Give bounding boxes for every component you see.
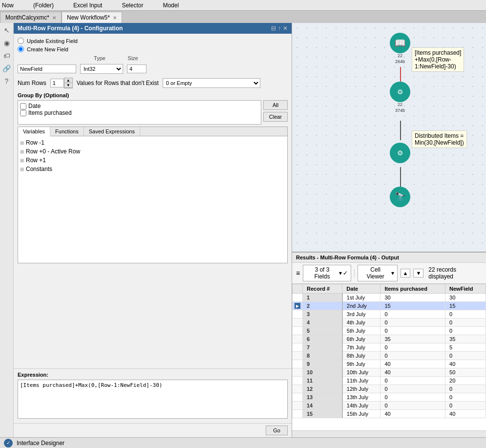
- date-cell: 14th July: [342, 402, 380, 410]
- table-row[interactable]: 99th July4040: [293, 360, 486, 368]
- field-type-size-inputs: Int32 Int64 String Double: [18, 64, 288, 74]
- tab-monthcalc[interactable]: MonthCalcyxmc* ✕: [0, 12, 62, 23]
- table-row[interactable]: 55th July00: [293, 327, 486, 335]
- col-header-arrow: [293, 284, 303, 294]
- var-tabs: Variables Functions Saved Expressions: [18, 127, 287, 136]
- tab-newworkflow-label: New Workflow5*: [67, 14, 110, 21]
- config-pin-icon[interactable]: ⊟: [271, 25, 276, 32]
- config-close-icon[interactable]: ✕: [283, 25, 288, 32]
- sidebar-arrow-icon[interactable]: ↖: [1, 25, 12, 36]
- date-cell: 3rd July: [342, 310, 380, 319]
- record-num-cell: 4: [303, 319, 342, 327]
- items-cell: 15: [380, 302, 445, 310]
- col-header-newfield[interactable]: NewField: [445, 284, 486, 294]
- sidebar-circle-icon[interactable]: ◉: [1, 38, 12, 48]
- size-input[interactable]: [127, 64, 147, 73]
- tree-row-minus1-label: Row -1: [26, 139, 44, 146]
- table-row[interactable]: 1010th July4050: [293, 368, 486, 377]
- num-rows-up[interactable]: ▲: [64, 78, 72, 83]
- table-row[interactable]: 1212th July00: [293, 385, 486, 393]
- workflow-canvas[interactable]: 📖 22264b [Items purchased]+Max(0,[Row-1:…: [292, 23, 486, 252]
- toolbar-model[interactable]: Model: [163, 2, 179, 9]
- tree-row-plus1-label: Row +1: [26, 157, 46, 164]
- tooltip-node3-text: Distributed Items =Min(30,[NewField]): [415, 132, 464, 146]
- expression-textarea[interactable]: [Items purchased]+Max(0,[Row-1:NewField]…: [18, 380, 288, 419]
- formula2-node-icon: ⚙: [390, 143, 410, 163]
- interface-designer-label[interactable]: Interface Designer: [17, 440, 64, 447]
- toolbar-selector[interactable]: Selector: [122, 2, 143, 9]
- table-row[interactable]: 1313th July00: [293, 393, 486, 402]
- tab-newworkflow[interactable]: New Workflow5* ✕: [62, 12, 122, 23]
- toolbar-excel[interactable]: Excel Input: [73, 2, 102, 9]
- tooltip-node3: Distributed Items =Min(30,[NewField]): [412, 130, 467, 148]
- num-rows-spinbtns: ▲ ▼: [64, 78, 73, 88]
- config-arrow-icon[interactable]: ↑: [278, 25, 281, 32]
- tree-row-active[interactable]: ⊞ Row +0 - Active Row: [20, 147, 285, 156]
- cell-viewer-button[interactable]: Cell Viewer ▾: [358, 265, 398, 281]
- clear-button[interactable]: Clear: [263, 112, 288, 122]
- record-num-cell: 10: [303, 368, 342, 377]
- items-cell: 0: [380, 352, 445, 360]
- tab-monthcalc-close[interactable]: ✕: [52, 15, 56, 21]
- num-rows-down[interactable]: ▼: [64, 83, 72, 88]
- type-select[interactable]: Int32 Int64 String Double: [80, 64, 123, 74]
- col-header-record[interactable]: Record #: [303, 284, 342, 294]
- table-row[interactable]: 11st July3030: [293, 294, 486, 302]
- tooltip-text: [Items purchased]+Max(0,[Row-1:NewField]…: [415, 49, 461, 70]
- sort-asc-button[interactable]: ▲: [401, 269, 411, 277]
- row-arrow-cell: [293, 327, 303, 335]
- sidebar: ↖ ◉ 🏷 🔗 ?: [0, 23, 14, 437]
- go-button[interactable]: Go: [266, 426, 288, 435]
- table-row[interactable]: ▶22nd July1515: [293, 302, 486, 310]
- table-row[interactable]: 88th July00: [293, 352, 486, 360]
- table-row[interactable]: 33rd July00: [293, 310, 486, 319]
- values-select[interactable]: 0 or Empty Null: [163, 78, 260, 88]
- sort-desc-button[interactable]: ▼: [413, 269, 423, 277]
- date-cell: 9th July: [342, 360, 380, 368]
- sidebar-link-icon[interactable]: 🔗: [1, 63, 12, 74]
- workflow-node-formula2[interactable]: ⚙: [390, 143, 410, 163]
- tab-functions[interactable]: Functions: [50, 127, 84, 136]
- tab-newworkflow-close[interactable]: ✕: [113, 15, 117, 21]
- table-row[interactable]: 44th July00: [293, 319, 486, 327]
- num-rows-input[interactable]: [50, 79, 64, 87]
- table-row[interactable]: 1414th July00: [293, 402, 486, 410]
- row-arrow-cell: ▶: [293, 302, 303, 310]
- newfield-cell: 30: [445, 294, 486, 302]
- group-items-purchased-checkbox[interactable]: [20, 110, 26, 116]
- table-row[interactable]: 1111th July020: [293, 377, 486, 385]
- toolbar-folder[interactable]: (Folder): [33, 2, 54, 9]
- table-row[interactable]: 77th July05: [293, 343, 486, 352]
- group-date-checkbox[interactable]: [20, 103, 26, 109]
- table-row[interactable]: 1515th July4040: [293, 410, 486, 418]
- tree-constants[interactable]: ⊞ Constants: [20, 165, 285, 173]
- workflow-node-input[interactable]: 📖 22264b: [390, 33, 410, 64]
- newfield-cell: 0: [445, 327, 486, 335]
- table-row[interactable]: 66th July3535: [293, 335, 486, 343]
- record-num-cell: 6: [303, 335, 342, 343]
- bottom-scrollbar[interactable]: [292, 430, 486, 437]
- tab-saved-expressions[interactable]: Saved Expressions: [84, 127, 140, 136]
- newfield-cell: 50: [445, 368, 486, 377]
- create-new-radio[interactable]: [18, 46, 24, 52]
- field-name-input[interactable]: [18, 64, 76, 73]
- tab-variables[interactable]: Variables: [18, 127, 50, 136]
- sidebar-help-icon[interactable]: ?: [1, 76, 12, 86]
- tree-row-plus1[interactable]: ⊞ Row +1: [20, 156, 285, 165]
- fields-button[interactable]: 3 of 3 Fields ▾ ✓: [303, 265, 351, 281]
- col-header-date[interactable]: Date: [342, 284, 380, 294]
- col-header-items[interactable]: Items purchased: [380, 284, 445, 294]
- update-existing-radio[interactable]: [18, 38, 24, 44]
- fields-check-icon: ✓: [343, 270, 348, 277]
- items-cell: 0: [380, 310, 445, 319]
- tree-row-minus1[interactable]: ⊞ Row -1: [20, 138, 285, 147]
- workflow-node-output[interactable]: 🔭: [390, 187, 410, 207]
- sidebar-tag-icon[interactable]: 🏷: [1, 50, 12, 61]
- input-node-stats: 22264b: [395, 53, 405, 64]
- date-cell: 2nd July: [342, 302, 380, 310]
- workflow-node-formula1[interactable]: ⚙ 22374b: [390, 82, 410, 113]
- all-button[interactable]: All: [263, 100, 288, 110]
- row-arrow-cell: [293, 360, 303, 368]
- toolbar-now[interactable]: Now: [2, 2, 14, 9]
- record-num-cell: 14: [303, 402, 342, 410]
